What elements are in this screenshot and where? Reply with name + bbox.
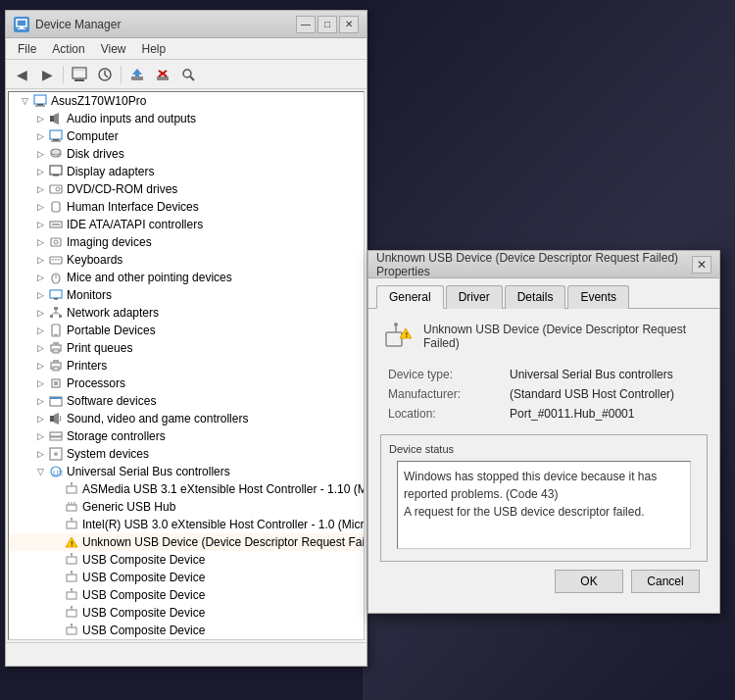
tree-usb-comp-2[interactable]: ▷ USB Composite Device [9, 569, 364, 586]
device-tree[interactable]: ▽ AsusZ170W10Pro ▷ Audio inputs and outp… [8, 91, 365, 640]
cancel-button[interactable]: Cancel [631, 570, 700, 593]
menu-action[interactable]: Action [44, 40, 92, 58]
svg-rect-54 [53, 367, 59, 371]
usb-comp-2-label: USB Composite Device [82, 571, 205, 584]
keyboards-toggle: ▷ [32, 252, 48, 268]
ok-button[interactable]: OK [555, 570, 623, 593]
tree-monitors[interactable]: ▷ Monitors [9, 286, 364, 304]
tree-usb-comp-5[interactable]: ▷ USB Composite Device [9, 622, 364, 639]
tree-asmedia[interactable]: ▷ ASMedia USB 3.1 eXtensible Host Contro… [9, 480, 364, 498]
tree-storage[interactable]: ▷ Storage controllers [9, 427, 364, 445]
usb-label: Universal Serial Bus controllers [67, 465, 230, 478]
tree-audio[interactable]: ▷ Audio inputs and outputs [9, 110, 364, 127]
svg-rect-41 [54, 307, 58, 310]
disk-label: Disk drives [67, 147, 124, 161]
close-button[interactable]: ✕ [339, 16, 359, 33]
tree-hid[interactable]: ▷ Human Interface Devices [9, 198, 364, 216]
usb-comp-5-label: USB Composite Device [82, 624, 205, 637]
usb-comp-1-icon [64, 552, 79, 568]
tree-sound[interactable]: ▷ Sound, video and game controllers [9, 410, 364, 427]
tree-root[interactable]: ▽ AsusZ170W10Pro [9, 92, 364, 110]
tab-general[interactable]: General [376, 285, 444, 309]
forward-button[interactable]: ▶ [35, 64, 59, 85]
svg-point-90 [71, 606, 73, 608]
tree-software[interactable]: ▷ Software devices [9, 392, 364, 410]
tree-dvd[interactable]: ▷ DVD/CD-ROM drives [9, 180, 364, 198]
disk-icon [48, 146, 64, 162]
root-toggle: ▽ [17, 93, 32, 109]
svg-rect-34 [52, 259, 54, 261]
svg-point-32 [54, 240, 58, 244]
tree-usb-mass[interactable]: ▷ USB Mass Storage Device [9, 639, 364, 640]
device-manager-window: Device Manager — □ ✕ File Action View He… [5, 10, 368, 667]
props-close-button[interactable]: ✕ [692, 256, 711, 274]
scan-button[interactable] [176, 64, 200, 85]
system-icon [48, 446, 64, 462]
tree-disk[interactable]: ▷ Disk drives [9, 145, 364, 163]
svg-rect-14 [34, 95, 46, 104]
usb-comp-4-label: USB Composite Device [82, 606, 205, 620]
generic-hub-icon [64, 499, 79, 515]
menu-view[interactable]: View [93, 40, 134, 58]
tree-usb-comp-4[interactable]: ▷ USB Composite Device [9, 604, 364, 622]
tab-driver[interactable]: Driver [446, 285, 503, 309]
properties-button[interactable] [68, 64, 91, 85]
software-label: Software devices [67, 394, 156, 408]
scan-changes-button[interactable] [93, 64, 117, 85]
menu-help[interactable]: Help [134, 40, 174, 58]
processors-toggle: ▷ [32, 375, 48, 391]
print-queues-label: Print queues [67, 341, 132, 355]
manufacturer-label: Manufacturer: [388, 387, 506, 401]
tree-display[interactable]: ▷ Display adapters [9, 163, 364, 180]
svg-text:USB: USB [53, 469, 63, 477]
tree-mice[interactable]: ▷ Mice and other pointing devices [9, 269, 364, 286]
tree-print-queues[interactable]: ▷ Print queues [9, 339, 364, 357]
svg-point-69 [71, 482, 73, 484]
portable-icon [48, 323, 64, 338]
network-toggle: ▷ [32, 305, 48, 321]
mice-icon [48, 270, 64, 285]
back-button[interactable]: ◀ [10, 64, 33, 85]
tree-computer[interactable]: ▷ Computer [9, 127, 364, 145]
svg-rect-0 [17, 20, 26, 26]
tree-printers[interactable]: ▷ Printers [9, 357, 364, 375]
tree-ide[interactable]: ▷ IDE ATA/ATAPI controllers [9, 216, 364, 233]
svg-rect-3 [73, 68, 86, 78]
usb-comp-3-icon [64, 587, 79, 603]
tree-usb[interactable]: ▽ USB Universal Serial Bus controllers [9, 463, 364, 480]
menu-file[interactable]: File [10, 40, 44, 58]
uninstall-button[interactable] [151, 64, 174, 85]
keyboards-label: Keyboards [67, 253, 122, 267]
update-driver-button[interactable] [125, 64, 149, 85]
tree-unknown-usb[interactable]: ▷ ! Unknown USB Device (Device Descripto… [9, 533, 364, 551]
svg-point-93 [71, 624, 73, 625]
tree-keyboards[interactable]: ▷ Keyboards [9, 251, 364, 269]
tab-events[interactable]: Events [567, 285, 629, 309]
tree-portable[interactable]: ▷ Portable Devices [9, 322, 364, 339]
tree-intel-usb[interactable]: ▷ Intel(R) USB 3.0 eXtensible Host Contr… [9, 516, 364, 533]
tree-network[interactable]: ▷ Network adapters [9, 304, 364, 322]
mice-toggle: ▷ [32, 270, 48, 285]
maximize-button[interactable]: □ [318, 16, 337, 33]
svg-rect-16 [35, 106, 45, 107]
tree-generic-hub[interactable]: ▷ Generic USB Hub [9, 498, 364, 516]
svg-rect-17 [50, 116, 54, 122]
svg-rect-19 [50, 130, 62, 139]
tree-usb-comp-1[interactable]: ▷ USB Composite Device [9, 551, 364, 569]
system-toggle: ▷ [32, 446, 48, 462]
usb-comp-1-label: USB Composite Device [82, 553, 205, 567]
tree-system[interactable]: ▷ System devices [9, 445, 364, 463]
tree-usb-comp-3[interactable]: ▷ USB Composite Device [9, 586, 364, 604]
mice-label: Mice and other pointing devices [67, 271, 232, 284]
hid-toggle: ▷ [32, 199, 48, 215]
tab-details[interactable]: Details [505, 285, 566, 309]
minimize-button[interactable]: — [296, 16, 316, 33]
svg-rect-43 [59, 315, 62, 318]
svg-point-23 [51, 149, 61, 155]
dm-app-icon [14, 17, 29, 32]
svg-rect-1 [20, 26, 24, 28]
svg-rect-61 [50, 432, 62, 436]
tree-imaging[interactable]: ▷ Imaging devices [9, 233, 364, 251]
svg-rect-20 [53, 139, 59, 141]
tree-processors[interactable]: ▷ Processors [9, 375, 364, 392]
